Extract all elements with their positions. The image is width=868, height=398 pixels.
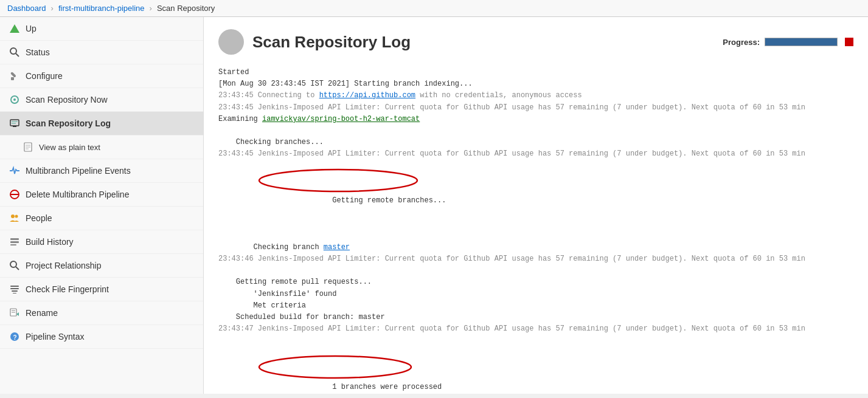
svg-marker-31 — [16, 312, 19, 316]
progress-label: Progress: — [723, 38, 760, 47]
page-title-row: Scan Repository Log — [218, 29, 411, 55]
sidebar-item-rename[interactable]: Rename — [0, 301, 203, 325]
sidebar-label-scan-now: Scan Repository Now — [26, 95, 108, 105]
sidebar-item-build-history[interactable]: Build History — [0, 230, 203, 254]
page-title: Scan Repository Log — [252, 33, 411, 52]
sidebar-label-delete: Delete Multibranch Pipeline — [26, 190, 129, 199]
people-icon — [9, 212, 21, 224]
svg-line-23 — [16, 267, 19, 270]
log-line-9: 23:43:46 Jenkins-Imposed API Limiter: Cu… — [218, 253, 853, 265]
log-line-12: Met criteria — [218, 300, 853, 312]
log-line-15: 1 branches were processed — [218, 347, 853, 394]
title-icon — [218, 29, 244, 55]
sidebar-item-pipeline-syntax[interactable]: ? Pipeline Syntax — [0, 325, 203, 349]
sidebar-item-scan-now[interactable]: Scan Repository Now — [0, 88, 203, 112]
circled-remote-branches: Getting remote branches... — [262, 172, 446, 219]
doc-icon — [22, 141, 34, 153]
log-line-3: 23:43:45 Jenkins-Imposed API Limiter: Cu… — [218, 102, 853, 114]
svg-point-18 — [15, 215, 18, 218]
log-line-11: 'Jenkinsfile' found — [218, 289, 853, 300]
master-branch-link[interactable]: master — [324, 243, 350, 252]
svg-point-22 — [10, 261, 16, 267]
sidebar-item-scan-log[interactable]: Scan Repository Log — [0, 112, 203, 136]
sidebar-item-configure[interactable]: Configure — [0, 64, 203, 88]
sep1: › — [51, 4, 54, 13]
sidebar-label-multibranch-events: Multibranch Pipeline Events — [26, 166, 131, 176]
svg-rect-25 — [10, 288, 19, 289]
sidebar-item-project-relationship[interactable]: Project Relationship — [0, 254, 203, 278]
log-blank-4 — [218, 335, 853, 346]
svg-text:?: ? — [13, 334, 17, 341]
sidebar-item-check-file[interactable]: Check File Fingerprint — [0, 278, 203, 301]
progress-bar-outer — [765, 38, 838, 46]
sidebar-label-build-history: Build History — [26, 237, 74, 247]
log-line-8: Checking branch master — [218, 242, 853, 253]
log-line-7: Getting remote branches... — [218, 160, 853, 230]
log-line-started: Started — [218, 67, 853, 78]
breadcrumb: Dashboard › first-multibranch-pipeline ›… — [0, 0, 868, 17]
svg-rect-8 — [13, 126, 16, 127]
up-arrow-icon — [9, 22, 21, 35]
sidebar-item-multibranch-events[interactable]: Multibranch Pipeline Events — [0, 159, 203, 183]
sep2: › — [150, 4, 152, 13]
no-icon — [9, 188, 21, 201]
sidebar-label-status: Status — [26, 47, 50, 57]
progress-row: Progress: — [723, 38, 853, 47]
history-icon — [9, 236, 21, 248]
sidebar-item-up[interactable]: Up — [0, 17, 203, 41]
sidebar-label-rename: Rename — [26, 308, 58, 318]
svg-rect-27 — [13, 293, 16, 293]
svg-rect-19 — [10, 238, 19, 240]
svg-point-6 — [13, 98, 16, 101]
stop-button[interactable] — [845, 38, 853, 46]
help-icon: ? — [9, 331, 21, 343]
svg-rect-21 — [10, 244, 16, 245]
log-line-1: [Mon Aug 30 23:43:45 IST 2021] Starting … — [218, 78, 853, 90]
breadcrumb-dashboard[interactable]: Dashboard — [7, 4, 46, 13]
sidebar-label-configure: Configure — [26, 71, 63, 81]
sidebar-label-up: Up — [26, 24, 36, 33]
log-line-14: 23:43:47 Jenkins-Imposed API Limiter: Cu… — [218, 323, 853, 335]
svg-rect-26 — [12, 290, 18, 292]
log-area: Started [Mon Aug 30 23:43:45 IST 2021] S… — [218, 67, 853, 394]
sidebar-label-scan-log: Scan Repository Log — [26, 118, 111, 128]
fingerprint-icon — [9, 283, 21, 295]
sidebar-item-people[interactable]: People — [0, 207, 203, 230]
log-line-10: Getting remote pull requests... — [218, 276, 853, 288]
svg-point-35 — [259, 356, 411, 378]
sidebar-label-people: People — [26, 213, 52, 223]
svg-point-1 — [10, 48, 16, 54]
log-blank-2 — [218, 230, 853, 242]
log-line-6: 23:43:45 Jenkins-Imposed API Limiter: Cu… — [218, 148, 853, 160]
log-blank-3 — [218, 265, 853, 276]
sidebar-label-pipeline-syntax: Pipeline Syntax — [26, 332, 85, 341]
sidebar-label-plain-text: View as plain text — [39, 143, 100, 152]
search-icon — [9, 46, 21, 58]
svg-rect-20 — [10, 241, 19, 243]
svg-point-17 — [11, 214, 15, 218]
scan-icon — [9, 94, 21, 106]
svg-rect-3 — [10, 72, 16, 78]
sidebar-item-plain-text[interactable]: View as plain text — [0, 136, 203, 159]
github-api-link[interactable]: https://api.github.com — [319, 91, 415, 100]
sidebar-item-status[interactable]: Status — [0, 41, 203, 64]
wrench-icon — [9, 70, 21, 82]
svg-marker-0 — [10, 24, 19, 33]
pulse-icon — [9, 165, 21, 177]
log-blank-1 — [218, 125, 853, 137]
rename-icon — [9, 307, 21, 319]
monitor-icon — [9, 117, 21, 129]
log-line-13: Scheduled build for branch: master — [218, 312, 853, 323]
breadcrumb-pipeline[interactable]: first-multibranch-pipeline — [58, 4, 145, 13]
log-line-4: Examining iamvickyav/spring-boot-h2-war-… — [218, 114, 853, 125]
svg-point-34 — [259, 170, 417, 191]
sidebar-label-check-file: Check File Fingerprint — [26, 284, 109, 294]
progress-bar-inner — [765, 38, 837, 46]
log-line-2: 23:43:45 Connecting to https://api.githu… — [218, 90, 853, 101]
circled-branches-processed: 1 branches were processed — [262, 359, 442, 394]
circle-annotation-2 — [256, 354, 414, 380]
svg-rect-7 — [10, 120, 19, 126]
sidebar-item-delete[interactable]: Delete Multibranch Pipeline — [0, 183, 203, 207]
circle-annotation-1 — [256, 167, 420, 194]
repo-link[interactable]: iamvickyav/spring-boot-h2-war-tomcat — [262, 115, 420, 123]
